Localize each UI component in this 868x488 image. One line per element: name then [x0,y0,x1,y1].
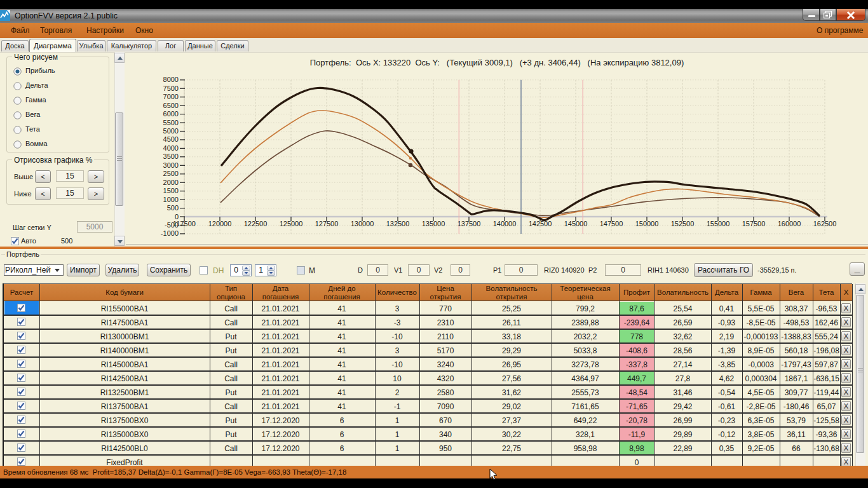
svg-text:500: 500 [167,204,179,212]
svg-text:160000: 160000 [778,220,801,227]
svg-text:145000: 145000 [564,220,588,227]
svg-text:5500: 5500 [163,119,179,126]
svg-text:155000: 155000 [707,220,730,227]
svg-text:135000: 135000 [422,220,445,227]
svg-text:3000: 3000 [163,161,179,169]
svg-text:150000: 150000 [635,220,659,227]
svg-text:130000: 130000 [351,220,374,227]
svg-text:140000: 140000 [493,220,517,227]
svg-text:1500: 1500 [163,187,179,194]
svg-text:142500: 142500 [529,220,552,227]
svg-text:-1000: -1000 [161,229,179,237]
svg-text:152500: 152500 [671,220,695,227]
svg-text:120000: 120000 [208,220,232,227]
svg-text:147500: 147500 [600,220,623,227]
svg-text:2500: 2500 [163,170,179,177]
svg-text:162500: 162500 [813,220,837,227]
svg-text:1000: 1000 [163,196,179,203]
svg-text:8000: 8000 [163,76,179,83]
svg-text:125000: 125000 [280,220,303,227]
svg-text:7500: 7500 [163,85,179,92]
svg-text:4000: 4000 [163,144,179,152]
svg-text:6500: 6500 [163,102,179,109]
svg-text:127500: 127500 [315,220,339,227]
svg-text:2000: 2000 [163,179,179,186]
svg-text:6000: 6000 [163,110,179,118]
svg-text:5000: 5000 [163,127,179,135]
svg-text:137500: 137500 [458,220,481,227]
svg-text:122500: 122500 [244,220,268,227]
svg-text:0: 0 [175,213,179,220]
svg-text:117500: 117500 [173,220,196,227]
svg-text:7000: 7000 [163,93,179,100]
svg-text:132500: 132500 [386,220,410,227]
svg-text:Портфель: Ось X: 133220 Ось: Портфель: Ось X: 133220 Ось Y: (Текущий … [310,58,684,67]
svg-text:3500: 3500 [163,152,179,160]
svg-text:4500: 4500 [163,135,179,143]
svg-text:157500: 157500 [742,220,766,227]
